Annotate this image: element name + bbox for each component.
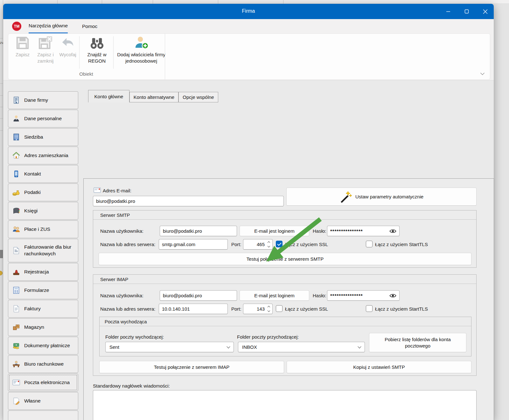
- sidebar-item-biuro-rachunkowe[interactable]: Biuro rachunkowe: [8, 355, 78, 373]
- smtp-server-label: Nazwa lub adres serwera:: [100, 242, 155, 247]
- sidebar-item-label: Rejestracja: [24, 269, 51, 275]
- warehouse-icon: [12, 323, 20, 331]
- smtp-group: Serwer SMTP Nazwa użytkownika: E-mail je…: [93, 210, 477, 268]
- sidebar-item-label: Magazyn: [24, 324, 46, 331]
- imap-port-value: 143: [243, 306, 268, 312]
- smtp-server-input[interactable]: [159, 239, 228, 250]
- sidebar-item-magazyn[interactable]: Magazyn: [8, 318, 78, 336]
- sidebar-item-label: Dane personalne: [24, 115, 64, 122]
- menu-tab-pomoc[interactable]: Pomoc: [82, 19, 97, 33]
- smtp-ssl-checkbox[interactable]: [276, 241, 282, 247]
- imap-password-input[interactable]: ***************: [327, 290, 400, 301]
- sidebar-item-label: Kontakt: [24, 171, 43, 177]
- email-address-label: Adres E-mail:: [103, 188, 131, 193]
- sidebar-item-podatki[interactable]: Podatki: [8, 183, 78, 201]
- sidebar-item-label: Formularze: [24, 287, 51, 294]
- message-header-textarea[interactable]: [93, 390, 477, 420]
- imap-port-stepper[interactable]: 143: [243, 304, 273, 314]
- smtp-username-label: Nazwa użytkownika:: [100, 228, 143, 234]
- menubar: TM Narzędzia główne Pomoc: [3, 19, 494, 33]
- sidebar-item-place-i-zus[interactable]: Płace i ZUS: [8, 220, 78, 238]
- sidebar-item-kontakt[interactable]: Kontakt: [8, 165, 78, 183]
- incoming-folder-select[interactable]: INBOX: [238, 342, 365, 352]
- minimize-button[interactable]: [444, 7, 452, 16]
- undo-button[interactable]: Wycofaj: [57, 36, 79, 58]
- auto-params-button[interactable]: Ustaw parametry automatycznie: [286, 188, 477, 206]
- imap-email-is-login-button[interactable]: E-mail jest loginem: [240, 290, 309, 301]
- outgoing-folder-label: Folder poczty wychodzącej:: [105, 334, 164, 340]
- payment-docs-icon: [12, 342, 20, 349]
- invoice-icon: [12, 305, 20, 313]
- sidebar-item-ksiegi[interactable]: Księgi: [8, 202, 78, 220]
- tab-konto-alternatywne[interactable]: Konto alternatywne: [129, 92, 178, 102]
- save-and-close-button[interactable]: Zapisz i zamknij: [34, 36, 57, 64]
- outgoing-folder-select[interactable]: Sent: [105, 342, 234, 352]
- smtp-password-input[interactable]: ***************: [327, 226, 400, 236]
- imap-server-label: Nazwa lub adres serwera:: [100, 306, 155, 312]
- find-in-regon-button[interactable]: Znajdź w REGON: [82, 36, 112, 64]
- sidebar-item-poczta-elektroniczna[interactable]: Poczta elektroniczna: [8, 374, 78, 391]
- imap-ssl-checkbox[interactable]: [276, 305, 282, 312]
- sidebar-item-dokumenty-platnicze[interactable]: Dokumenty płatnicze: [8, 337, 78, 355]
- smtp-port-stepper[interactable]: 465: [243, 239, 273, 250]
- custom-icon: [12, 397, 20, 405]
- sidebar-item-wlasne[interactable]: Własne: [8, 392, 78, 410]
- smtp-password-label: Hasło:: [313, 228, 326, 234]
- ribbon-panel: Zapisz Zapisz i zamknij Wycofaj Znajdź w…: [8, 33, 490, 80]
- show-password-icon[interactable]: [389, 293, 396, 298]
- smtp-test-button[interactable]: Testuj połączenie z serwerem SMTP: [99, 253, 471, 265]
- sidebar-item-partial[interactable]: [8, 410, 78, 420]
- close-button[interactable]: [481, 7, 489, 16]
- add-owner-button[interactable]: Dodaj właściciela firmy jednoosobowej: [116, 36, 167, 64]
- company-icon: [12, 96, 20, 104]
- chevron-down-icon: [358, 345, 361, 348]
- ribbon: Zapisz Zapisz i zamknij Wycofaj Znajdź w…: [3, 33, 494, 80]
- sidebar-item-rejestracja[interactable]: Rejestracja: [8, 263, 78, 281]
- collapse-ribbon-chevron-icon[interactable]: [480, 71, 485, 76]
- fetch-folders-button[interactable]: Pobierz listę folderów dla konta pocztow…: [369, 333, 466, 352]
- chevron-down-icon: [227, 345, 230, 348]
- sidebar-item-siedziba[interactable]: Siedziba: [8, 128, 78, 146]
- menu-tab-narzedzia-glowne[interactable]: Narzędzia główne: [29, 19, 68, 33]
- imap-group: Serwer IMAP Nazwa użytkownika: E-mail je…: [93, 274, 477, 376]
- sidebar-item-formularze[interactable]: Formularze: [8, 281, 78, 299]
- imap-test-button[interactable]: Testuj połączenie z serwerem IMAP: [99, 361, 284, 373]
- sidebar-item-label: Płace i ZUS: [24, 226, 52, 233]
- sidebar-item-label: Księgi: [24, 208, 39, 214]
- save-button[interactable]: Zapisz: [13, 36, 32, 58]
- taxes-icon: [12, 189, 20, 196]
- email-icon: [12, 379, 20, 386]
- email-address-input[interactable]: [93, 196, 284, 206]
- binoculars-icon: [90, 36, 104, 50]
- ledger-icon: [12, 207, 20, 215]
- save-close-icon: [38, 36, 53, 50]
- ribbon-group-label: Obiekt: [66, 71, 107, 77]
- smtp-email-is-login-button[interactable]: E-mail jest loginem: [240, 226, 309, 236]
- auto-params-label: Ustaw parametry automatycznie: [355, 194, 423, 200]
- imap-server-input[interactable]: [159, 304, 228, 314]
- outgoing-folder-value: Sent: [109, 344, 119, 350]
- forms-icon: [12, 286, 20, 294]
- sidebar-item-dane-personalne[interactable]: Dane personalne: [8, 110, 78, 127]
- smtp-group-title: Serwer SMTP: [93, 210, 476, 220]
- sidebar-item-dane-firmy[interactable]: Dane firmy: [8, 91, 78, 109]
- copy-from-smtp-button[interactable]: Kopiuj z ustawień SMTP: [287, 361, 471, 373]
- app-logo: TM: [12, 22, 21, 31]
- background-app-strip: [0, 0, 509, 4]
- tab-opcje-wspolne[interactable]: Opcje wspólne: [178, 92, 218, 102]
- smtp-port-label: Port:: [231, 242, 241, 247]
- incoming-folder-value: INBOX: [242, 344, 257, 350]
- smtp-username-input[interactable]: [160, 226, 237, 236]
- sidebar-item-adres-zamieszkania[interactable]: Adres zamieszkania: [8, 147, 78, 164]
- imap-starttls-checkbox[interactable]: [366, 305, 373, 312]
- show-password-icon[interactable]: [389, 229, 396, 234]
- smtp-starttls-checkbox[interactable]: [366, 241, 373, 247]
- sidebar-item-label: Fakturowanie dla biur rachunkowych: [24, 244, 78, 257]
- sidebar-item-fakturowanie[interactable]: Fakturowanie dla biur rachunkowych: [8, 239, 78, 262]
- tab-konto-glowne[interactable]: Konto główne: [88, 90, 129, 102]
- imap-username-input[interactable]: [160, 290, 237, 301]
- sidebar-item-faktury[interactable]: Faktury: [8, 300, 78, 318]
- sidebar-item-label: Podatki: [24, 189, 43, 196]
- outgoing-mail-title: Poczta wychodząca: [100, 317, 471, 326]
- maximize-button[interactable]: [463, 7, 471, 16]
